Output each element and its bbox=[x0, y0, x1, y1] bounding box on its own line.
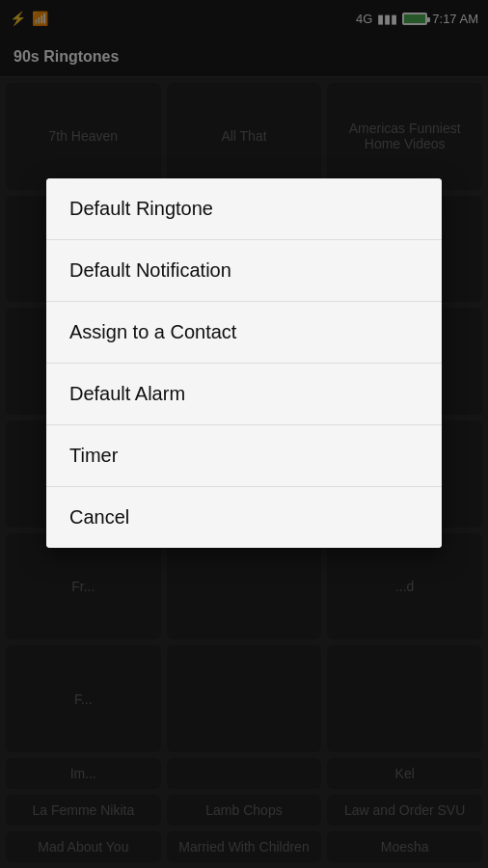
menu-item-timer[interactable]: Timer bbox=[46, 425, 442, 487]
menu-item-default-alarm[interactable]: Default Alarm bbox=[46, 364, 442, 425]
menu-item-cancel[interactable]: Cancel bbox=[46, 487, 442, 548]
context-menu: Default Ringtone Default Notification As… bbox=[46, 178, 442, 548]
menu-item-assign-contact[interactable]: Assign to a Contact bbox=[46, 302, 442, 364]
menu-item-default-ringtone[interactable]: Default Ringtone bbox=[46, 178, 442, 240]
menu-item-default-notification[interactable]: Default Notification bbox=[46, 240, 442, 302]
